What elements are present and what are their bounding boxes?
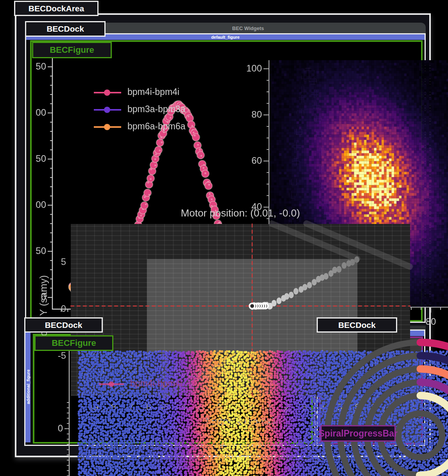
bottom-left-dock-titlebar[interactable]: additional_figure [25,331,30,442]
top-dock-label: BECDock [25,21,106,37]
top-figure-label-text: BECFigure [50,45,94,55]
tab-bec-widgets-text: BEC Widgets [232,25,264,31]
dock-area-title-label: BECDockArea [14,1,99,16]
top-dock-label-text: BECDock [47,24,84,34]
bottom-figure-label-text: BECFigure [52,338,96,348]
top-figure-label: BECFigure [32,42,112,58]
tab-bec-widgets[interactable]: BEC Widgets [70,23,426,34]
spiral-progress-canvas[interactable] [321,338,448,476]
bottom-left-dock-label: BECDock [24,317,103,333]
spiral-progress-label: SpiralProgressBar [321,425,396,442]
dock-area-title-text: BECDockArea [29,4,84,13]
bottom-right-dock-label-text: BECDock [338,320,376,330]
bottom-figure-label: BECFigure [34,335,113,351]
bottom-left-dock-titlebar-text: additional_figure [26,370,30,404]
bottom-right-dock-label: BECDock [317,317,397,333]
bottom-left-dock-label-text: BECDock [45,320,82,330]
desktop: { "app": { "dock_area_label": "BECDockAr… [0,0,448,476]
spiral-progress-label-text: SpiralProgressBar [319,428,398,439]
top-dock-titlebar-text: default_figure [211,35,240,39]
